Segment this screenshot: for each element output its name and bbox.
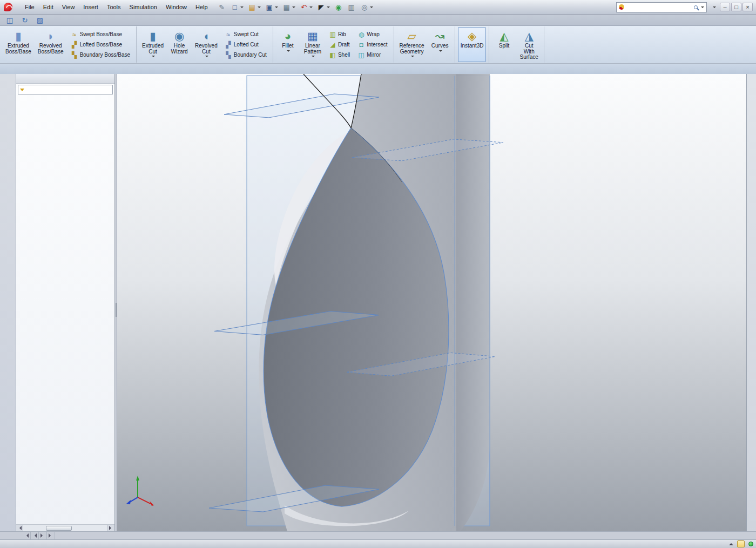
- select-cursor-icon[interactable]: ◤: [315, 2, 332, 12]
- lofted-cut-button[interactable]: ▞Lofted Cut: [222, 40, 269, 50]
- mirror-button[interactable]: ◫Mirror: [355, 50, 389, 60]
- rib-button[interactable]: ▥Rib: [327, 30, 352, 39]
- dropdown-caret-icon: [309, 6, 313, 10]
- extruded-boss-base-button[interactable]: ▮Extruded Boss/Base: [3, 27, 34, 62]
- revolved-boss-base-button[interactable]: ◗Revolved Boss/Base: [35, 27, 66, 62]
- scrollbar-thumb[interactable]: [46, 526, 72, 531]
- split-icon: ◭: [497, 29, 510, 42]
- revolved-cut-button[interactable]: ◖Revolved Cut: [192, 27, 220, 62]
- swept-cut-icon: ≈: [225, 31, 232, 38]
- dropdown-caret-icon: [439, 50, 442, 53]
- scroll-right-arrow[interactable]: [107, 525, 114, 531]
- secondary-tool-icon-1[interactable]: ◫: [4, 15, 16, 25]
- shell-button[interactable]: ◧Shell: [327, 50, 352, 60]
- instant3d-button[interactable]: ◈Instant3D: [458, 27, 487, 62]
- scroll-left-arrow[interactable]: [16, 525, 23, 531]
- undo-icon[interactable]: ↶: [298, 2, 314, 12]
- close-icon[interactable]: ×: [742, 3, 753, 11]
- dropdown-caret-icon: [258, 6, 261, 10]
- button-label: Swept Cut: [234, 31, 259, 37]
- extruded-cut-button[interactable]: ▮Extruded Cut: [139, 27, 166, 62]
- lofted-boss-base-icon: ▞: [71, 41, 78, 49]
- button-label: Revolved Boss/Base: [38, 43, 64, 55]
- minimize-icon[interactable]: –: [720, 3, 730, 11]
- tree-filter-box[interactable]: [18, 85, 113, 94]
- solidworks-window: FileEditViewInsertToolsSimulationWindowH…: [0, 0, 756, 548]
- filter-funnel-icon: [20, 89, 24, 91]
- ribbon-group: ◕Fillet▦Linear Pattern▥Rib◢Draft◧Shell◍W…: [273, 26, 394, 63]
- intersect-button[interactable]: ◘Intersect: [355, 40, 389, 50]
- units-caret-icon[interactable]: [729, 541, 733, 545]
- linear-pattern-button[interactable]: ▦Linear Pattern: [301, 27, 325, 62]
- menu-insert[interactable]: Insert: [79, 2, 103, 12]
- icon: ◉: [334, 3, 343, 11]
- icon: ◤: [317, 3, 326, 11]
- restore-icon[interactable]: □: [731, 3, 741, 11]
- menu-help[interactable]: Help: [191, 2, 212, 12]
- draft-button[interactable]: ◢Draft: [327, 40, 352, 50]
- icon: ▤: [248, 3, 256, 11]
- reference-geometry-icon: ▱: [406, 29, 418, 42]
- boundary-cut-icon: ▚: [225, 51, 232, 59]
- viewport-canvas[interactable]: [117, 74, 746, 531]
- tabs-scroll-next[interactable]: [39, 532, 47, 539]
- reference-geometry-button[interactable]: ▱Reference Geometry: [397, 27, 427, 62]
- icon: ◎: [360, 3, 369, 11]
- split-button[interactable]: ◭Split: [492, 27, 516, 62]
- lofted-boss-base-button[interactable]: ▞Lofted Boss/Base: [69, 40, 132, 50]
- icon: ▨: [36, 16, 44, 24]
- tree-horizontal-scrollbar[interactable]: [16, 524, 114, 531]
- search-icon[interactable]: [694, 5, 698, 9]
- tabs-scroll-first[interactable]: [23, 532, 31, 539]
- new-document-icon[interactable]: □: [229, 2, 245, 12]
- help-menu-button[interactable]: [709, 5, 718, 9]
- menu-window[interactable]: Window: [161, 2, 191, 12]
- menu-tools[interactable]: Tools: [103, 2, 125, 12]
- swept-cut-button[interactable]: ≈Swept Cut: [222, 30, 269, 39]
- menu-simulation[interactable]: Simulation: [125, 2, 161, 12]
- rebuild-icon[interactable]: ◉: [333, 2, 345, 12]
- tree-filter-input[interactable]: [26, 87, 111, 93]
- file-properties-icon[interactable]: ▥: [346, 2, 357, 12]
- revolved-cut-icon: ◖: [200, 29, 213, 42]
- save-icon[interactable]: ▣: [264, 2, 280, 12]
- swept-boss-base-button[interactable]: ≈Swept Boss/Base: [69, 30, 132, 39]
- command-tabs-row: [0, 64, 756, 74]
- search-input[interactable]: [626, 4, 692, 10]
- dropdown-caret-icon: [411, 56, 414, 59]
- button-label: Extruded Cut: [142, 43, 164, 55]
- graphics-viewport[interactable]: [117, 74, 746, 531]
- hole-wizard-button[interactable]: ◉Hole Wizard: [167, 27, 191, 62]
- search-box[interactable]: [616, 2, 707, 12]
- curves-button[interactable]: ↝Curves: [428, 27, 452, 62]
- options-icon[interactable]: ◎: [359, 2, 375, 12]
- ribbon-group: ◭Split◮Cut With Surface: [489, 26, 544, 63]
- button-label: Instant3D: [461, 43, 484, 49]
- menu-edit[interactable]: Edit: [39, 2, 58, 12]
- boundary-cut-button[interactable]: ▚Boundary Cut: [222, 50, 269, 60]
- open-icon[interactable]: ▤: [246, 2, 262, 12]
- menu-file[interactable]: File: [21, 2, 39, 12]
- print-icon[interactable]: ▦: [281, 2, 297, 12]
- fillet-button[interactable]: ◕Fillet: [276, 27, 300, 62]
- status-bar: [0, 539, 756, 548]
- tabs-scroll-prev[interactable]: [31, 532, 39, 539]
- ribbon-group: ▮Extruded Boss/Base◗Revolved Boss/Base≈S…: [0, 26, 137, 63]
- tabs-scroll-last[interactable]: [47, 532, 55, 539]
- feature-manager-tabs: [16, 74, 114, 84]
- cut-with-surface-button[interactable]: ◮Cut With Surface: [517, 27, 541, 62]
- curves-icon: ↝: [434, 29, 447, 42]
- linear-pattern-icon: ▦: [306, 29, 319, 42]
- secondary-tool-icon-2[interactable]: ↻: [19, 15, 31, 25]
- secondary-toolbar: ◫↻▨: [3, 15, 46, 25]
- status-help-icon[interactable]: [737, 540, 745, 547]
- pen-icon[interactable]: ✎: [216, 2, 228, 12]
- wrap-button[interactable]: ◍Wrap: [355, 30, 389, 39]
- search-caret-icon[interactable]: [701, 6, 704, 10]
- button-label: Revolved Cut: [195, 43, 218, 55]
- button-label: Mirror: [367, 52, 381, 58]
- icon: ✎: [218, 3, 226, 11]
- secondary-tool-icon-3[interactable]: ▨: [34, 15, 46, 25]
- menu-view[interactable]: View: [58, 2, 79, 12]
- boundary-boss-base-button[interactable]: ▚Boundary Boss/Base: [69, 50, 132, 60]
